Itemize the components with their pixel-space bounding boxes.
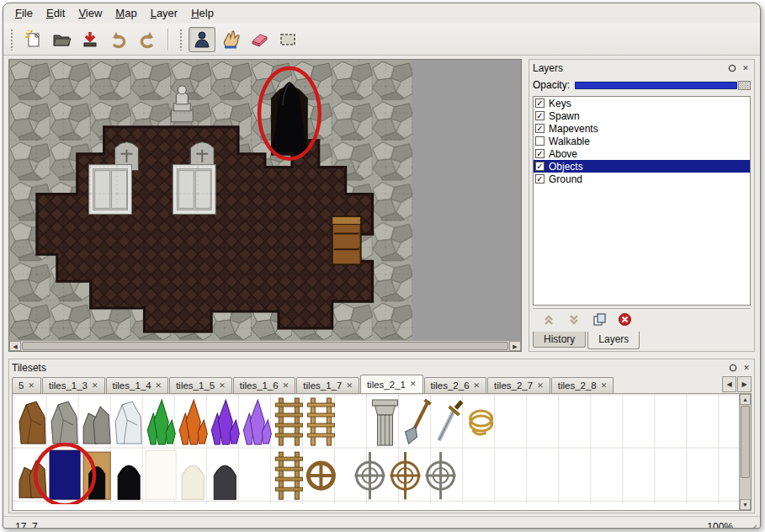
new-map-button[interactable] — [19, 27, 46, 52]
tileset-tab[interactable]: tiles_1_4✕ — [106, 377, 169, 393]
tile-sword[interactable] — [439, 402, 462, 440]
menu-map[interactable]: Map — [109, 5, 143, 22]
layer-row-objects[interactable]: ✓ Objects — [534, 160, 750, 173]
tile-rock-gray-pair[interactable] — [83, 407, 110, 444]
menu-layer[interactable]: Layer — [144, 5, 185, 22]
tileset-tab[interactable]: tiles_2_8✕ — [551, 377, 614, 393]
close-tab-icon[interactable]: ✕ — [156, 382, 162, 390]
save-map-button[interactable] — [77, 27, 104, 52]
tabs-scroll-left-icon[interactable]: ◀ — [722, 376, 736, 392]
tile-ring-3[interactable] — [426, 452, 456, 499]
tileset-tab[interactable]: tiles_2_7✕ — [487, 377, 550, 393]
duplicate-layer-button[interactable] — [592, 312, 607, 327]
tileset-tab[interactable]: tiles_1_3✕ — [42, 377, 105, 393]
layer-row-above[interactable]: ✓ Above — [534, 147, 750, 160]
layer-visibility-checkbox[interactable]: ✓ — [535, 124, 545, 133]
tileset-tab[interactable]: tiles_1_5✕ — [169, 377, 232, 393]
menu-view[interactable]: View — [72, 5, 109, 22]
tile-wheel[interactable] — [308, 463, 333, 488]
lower-layer-button[interactable] — [566, 312, 582, 327]
tileset-tab[interactable]: tiles_1_7✕ — [296, 377, 359, 393]
tile-crystal-purple[interactable] — [211, 400, 239, 444]
scroll-right-icon[interactable]: ▶ — [509, 341, 521, 351]
layer-row-keys[interactable]: ✓ Keys — [534, 97, 750, 109]
delete-layer-button[interactable] — [617, 312, 632, 327]
scroll-down-icon[interactable]: ▼ — [740, 499, 751, 510]
opacity-slider[interactable] — [575, 81, 751, 90]
tile-arch-pale[interactable] — [182, 466, 204, 499]
undo-button[interactable] — [105, 27, 132, 52]
vscroll-thumb[interactable] — [741, 406, 750, 478]
tile-rock-ice[interactable] — [115, 402, 141, 444]
open-map-button[interactable] — [48, 27, 75, 52]
close-tab-icon[interactable]: ✕ — [410, 380, 417, 388]
tileset-tab[interactable]: 5✕ — [12, 377, 41, 393]
scroll-up-icon[interactable]: ▲ — [740, 394, 751, 405]
tileset-tab-active[interactable]: tiles_2_1✕ — [360, 375, 423, 393]
tile-arch-dark[interactable] — [214, 466, 236, 499]
tile-arch-black[interactable] — [118, 466, 140, 499]
tile-rope[interactable] — [470, 411, 492, 434]
stamp-tool-button[interactable] — [189, 27, 215, 52]
close-tab-icon[interactable]: ✕ — [537, 382, 544, 390]
tab-history[interactable]: History — [533, 332, 586, 348]
float-panel-icon[interactable] — [727, 63, 737, 73]
close-tab-icon[interactable]: ✕ — [346, 382, 353, 390]
close-tab-icon[interactable]: ✕ — [474, 382, 481, 390]
tab-layers[interactable]: Layers — [587, 332, 640, 349]
layer-row-ground[interactable]: ✓ Ground — [534, 173, 750, 185]
hscroll-thumb[interactable] — [22, 342, 508, 350]
tile-blank-white[interactable] — [146, 450, 176, 499]
tile-rock-brown[interactable] — [19, 402, 45, 444]
close-tab-icon[interactable]: ✕ — [28, 382, 35, 390]
redo-button[interactable] — [134, 27, 161, 52]
toolbar-drag-handle-2[interactable] — [179, 29, 183, 51]
close-panel-icon[interactable]: ✕ — [741, 63, 751, 73]
tile-column[interactable] — [372, 400, 397, 445]
tile-crystal-orange[interactable] — [179, 400, 207, 444]
layer-visibility-checkbox[interactable]: ✓ — [535, 174, 545, 184]
raise-layer-button[interactable] — [541, 312, 556, 327]
map-canvas[interactable] — [9, 60, 521, 340]
tile-crystal-purple-light[interactable] — [243, 400, 271, 444]
close-tab-icon[interactable]: ✕ — [601, 382, 608, 390]
tileset-canvas[interactable] — [13, 394, 739, 504]
tileset-vertical-scrollbar[interactable]: ▲ ▼ — [739, 394, 751, 510]
tile-rail[interactable] — [275, 398, 302, 445]
menu-help[interactable]: Help — [184, 5, 220, 22]
tabs-scroll-right-icon[interactable]: ▶ — [737, 376, 752, 392]
float-panel-icon[interactable] — [728, 363, 738, 373]
close-tab-icon[interactable]: ✕ — [92, 382, 98, 390]
tile-ring-1[interactable] — [354, 452, 385, 499]
close-tab-icon[interactable]: ✕ — [283, 382, 290, 390]
close-tab-icon[interactable]: ✕ — [219, 382, 226, 390]
opacity-slider-handle[interactable] — [738, 81, 751, 90]
layer-visibility-checkbox[interactable] — [535, 136, 545, 146]
layer-visibility-checkbox[interactable]: ✓ — [535, 111, 545, 120]
tile-rail-3[interactable] — [275, 452, 302, 499]
layer-visibility-checkbox[interactable]: ✓ — [535, 162, 545, 171]
menu-edit[interactable]: Edit — [40, 5, 72, 22]
toolbar-drag-handle[interactable] — [10, 29, 14, 51]
layer-row-mapevents[interactable]: ✓ Mapevents — [534, 122, 750, 135]
tile-selected-blue[interactable] — [50, 450, 80, 499]
tile-shovel[interactable] — [406, 400, 431, 444]
resize-grip[interactable] — [746, 524, 758, 529]
map-horizontal-scrollbar[interactable]: ◀ ▶ — [9, 340, 521, 351]
select-tool-button[interactable] — [274, 27, 301, 52]
tile-rail-2[interactable] — [307, 398, 334, 445]
layer-row-spawn[interactable]: ✓ Spawn — [534, 109, 750, 122]
layer-visibility-checkbox[interactable]: ✓ — [535, 98, 545, 108]
tile-rock-gray[interactable] — [51, 402, 77, 444]
tile-crystal-green[interactable] — [147, 400, 175, 444]
tile-ring-2[interactable] — [390, 452, 421, 499]
scroll-left-icon[interactable]: ◀ — [9, 341, 21, 351]
fill-tool-button[interactable] — [217, 27, 244, 52]
tileset-tab[interactable]: tiles_2_6✕ — [424, 377, 487, 393]
tileset-tab[interactable]: tiles_1_6✕ — [233, 377, 296, 393]
close-panel-icon[interactable]: ✕ — [741, 363, 752, 373]
layer-row-walkable[interactable]: Walkable — [534, 135, 750, 147]
layer-visibility-checkbox[interactable]: ✓ — [535, 149, 545, 158]
menu-file[interactable]: File — [8, 5, 40, 22]
eraser-tool-button[interactable] — [246, 27, 273, 52]
